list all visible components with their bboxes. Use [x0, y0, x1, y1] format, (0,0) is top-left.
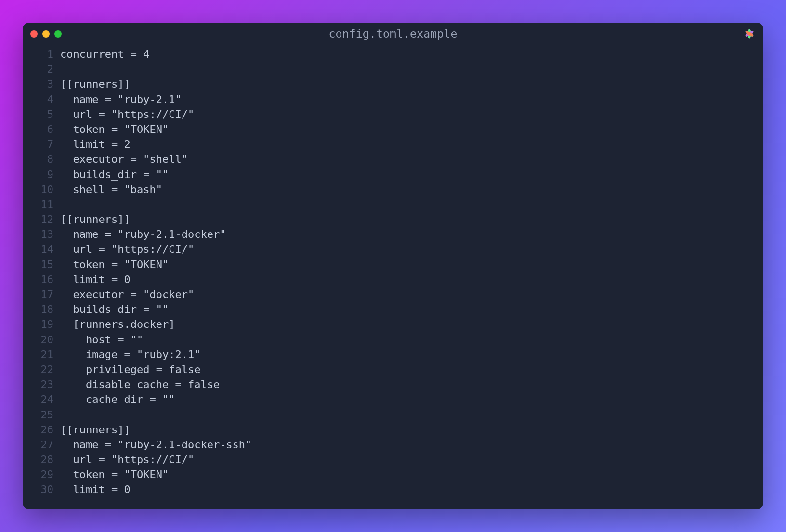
code-line[interactable]: privileged = false	[60, 362, 763, 377]
line-number: 4	[23, 92, 53, 107]
line-number: 16	[23, 272, 53, 287]
code-line[interactable]: url = "https://CI/"	[60, 452, 763, 467]
code-line[interactable]: limit = 0	[60, 482, 763, 497]
code-line[interactable]: image = "ruby:2.1"	[60, 347, 763, 362]
code-line[interactable]: [runners.docker]	[60, 317, 763, 332]
line-number: 22	[23, 362, 53, 377]
code-line[interactable]: url = "https://CI/"	[60, 242, 763, 257]
line-number: 9	[23, 167, 53, 182]
line-number: 1	[23, 47, 53, 62]
window-title: config.toml.example	[329, 27, 458, 40]
line-number: 24	[23, 392, 53, 407]
code-line[interactable]: limit = 0	[60, 272, 763, 287]
zoom-button[interactable]	[54, 30, 62, 38]
line-number: 12	[23, 212, 53, 227]
code-line[interactable]: builds_dir = ""	[60, 302, 763, 317]
code-line[interactable]: token = "TOKEN"	[60, 122, 763, 137]
line-number: 27	[23, 437, 53, 452]
code-line[interactable]: host = ""	[60, 332, 763, 347]
code-line[interactable]	[60, 197, 763, 212]
code-line[interactable]: limit = 2	[60, 137, 763, 152]
close-button[interactable]	[30, 30, 38, 38]
line-number: 18	[23, 302, 53, 317]
line-number: 5	[23, 107, 53, 122]
code-line[interactable]	[60, 62, 763, 77]
line-number: 10	[23, 182, 53, 197]
line-number: 13	[23, 227, 53, 242]
line-number: 19	[23, 317, 53, 332]
line-number: 23	[23, 377, 53, 392]
line-number: 20	[23, 332, 53, 347]
code-line[interactable]: executor = "shell"	[60, 152, 763, 167]
code-line[interactable]: [[runners]]	[60, 212, 763, 227]
line-number: 26	[23, 422, 53, 437]
code-line[interactable]: executor = "docker"	[60, 287, 763, 302]
titlebar: config.toml.example	[23, 23, 763, 45]
code-line[interactable]: name = "ruby-2.1-docker-ssh"	[60, 437, 763, 452]
code-line[interactable]: url = "https://CI/"	[60, 107, 763, 122]
code-line[interactable]: token = "TOKEN"	[60, 257, 763, 272]
code-content[interactable]: concurrent = 4 [[runners]] name = "ruby-…	[60, 47, 763, 509]
code-line[interactable]: name = "ruby-2.1-docker"	[60, 227, 763, 242]
line-number: 25	[23, 407, 53, 422]
line-number: 14	[23, 242, 53, 257]
code-line[interactable]	[60, 407, 763, 422]
code-line[interactable]: builds_dir = ""	[60, 167, 763, 182]
code-line[interactable]: disable_cache = false	[60, 377, 763, 392]
traffic-lights	[30, 30, 62, 38]
code-line[interactable]: [[runners]]	[60, 422, 763, 437]
line-number: 30	[23, 482, 53, 497]
line-number: 3	[23, 77, 53, 91]
code-line[interactable]: shell = "bash"	[60, 182, 763, 197]
minimize-button[interactable]	[42, 30, 50, 38]
line-number: 28	[23, 452, 53, 467]
asterisk-icon	[743, 27, 756, 40]
line-number: 11	[23, 197, 53, 212]
line-number: 6	[23, 122, 53, 137]
line-number: 29	[23, 467, 53, 482]
code-line[interactable]: [[runners]]	[60, 77, 763, 91]
code-line[interactable]: cache_dir = ""	[60, 392, 763, 407]
code-line[interactable]: token = "TOKEN"	[60, 467, 763, 482]
line-number: 2	[23, 62, 53, 77]
line-number-gutter: 1234567891011121314151617181920212223242…	[23, 47, 60, 509]
line-number: 7	[23, 137, 53, 152]
line-number: 8	[23, 152, 53, 167]
editor-area[interactable]: 1234567891011121314151617181920212223242…	[23, 45, 763, 509]
code-line[interactable]: name = "ruby-2.1"	[60, 92, 763, 107]
line-number: 21	[23, 347, 53, 362]
line-number: 17	[23, 287, 53, 302]
line-number: 15	[23, 257, 53, 272]
code-line[interactable]: concurrent = 4	[60, 47, 763, 62]
editor-window: config.toml.example 12345678910111213141…	[23, 23, 763, 509]
